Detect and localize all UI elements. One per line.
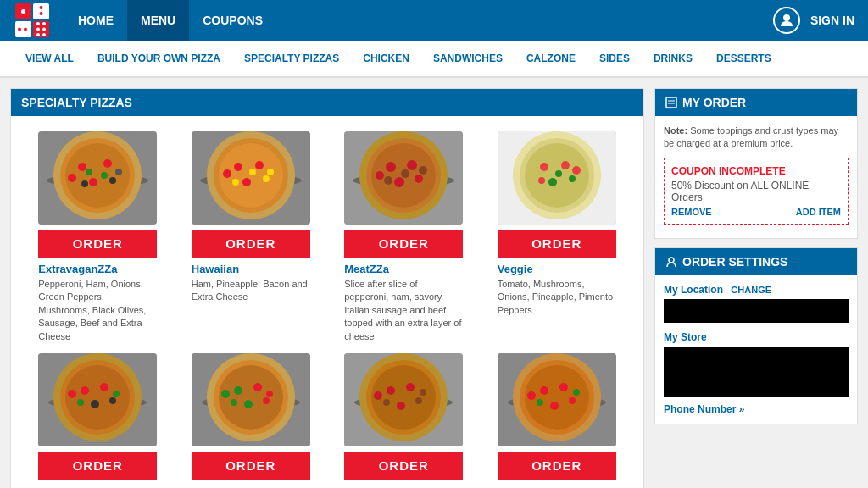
svg-rect-3	[15, 21, 31, 37]
svg-point-23	[103, 159, 112, 168]
svg-point-6	[40, 6, 43, 9]
svg-point-76	[109, 397, 116, 404]
my-order-body: Note: Some toppings and crust types may …	[655, 116, 857, 238]
svg-point-100	[415, 397, 422, 404]
pizza-image-row2-1	[38, 353, 157, 446]
order-button-row2-3[interactable]: ORDER	[344, 452, 463, 480]
svg-point-51	[394, 177, 404, 187]
svg-point-85	[234, 386, 242, 395]
svg-point-11	[42, 28, 46, 31]
main-nav: HOME MENU COUPONS	[64, 0, 773, 41]
my-order-header: MY ORDER	[655, 89, 857, 116]
coupon-box: COUPON INCOMPLETE 50% Discount on ALL ON…	[664, 158, 849, 225]
svg-point-119	[669, 258, 674, 263]
coupon-links: REMOVE ADD ITEM	[671, 207, 841, 217]
subnav-calzone[interactable]: CALZONE	[515, 40, 587, 77]
dominos-logo[interactable]	[14, 2, 51, 39]
svg-point-89	[231, 399, 237, 406]
pizza-image-extravaganZZa	[38, 131, 157, 225]
order-button-extravaganZZa[interactable]: ORDER	[38, 230, 157, 258]
pizza-image-hawaiian	[192, 131, 310, 225]
order-button-row2-2[interactable]: ORDER	[192, 452, 310, 480]
svg-point-27	[101, 172, 108, 179]
coupon-desc: 50% Discount on ALL ONLINE Orders	[671, 180, 841, 203]
svg-point-65	[538, 177, 545, 184]
svg-point-62	[561, 161, 570, 169]
svg-point-113	[537, 399, 543, 406]
svg-point-36	[234, 163, 242, 171]
order-button-row2-4[interactable]: ORDER	[498, 452, 616, 480]
subnav-build-own[interactable]: BUILD YOUR OWN PIZZA	[86, 40, 232, 77]
remove-coupon-link[interactable]: REMOVE	[671, 207, 712, 217]
svg-point-74	[100, 383, 108, 391]
specialty-pizzas-panel: SPECIALTY PIZZAS	[10, 88, 644, 488]
subnav-specialty[interactable]: SPECIALTY PIZZAS	[232, 40, 351, 77]
svg-point-10	[36, 28, 40, 31]
svg-point-79	[113, 391, 120, 397]
svg-point-54	[401, 169, 409, 178]
coupon-incomplete-label: COUPON INCOMPLETE	[671, 165, 841, 177]
header: HOME MENU COUPONS SIGN IN	[0, 0, 868, 41]
svg-point-12	[36, 22, 40, 25]
pizza-image-meatzza	[344, 131, 463, 225]
svg-point-8	[18, 28, 21, 31]
subnav-sandwiches[interactable]: SANDWICHES	[421, 40, 515, 77]
my-order-panel: MY ORDER Note: Some toppings and crust t…	[654, 88, 858, 239]
svg-point-26	[81, 180, 88, 187]
subnav-sides[interactable]: SIDES	[587, 40, 642, 77]
specialty-pizzas-header: SPECIALTY PIZZAS	[11, 89, 643, 116]
order-settings-body: My Location CHANGE My Store Phone Number…	[655, 275, 857, 424]
nav-home[interactable]: HOME	[64, 0, 127, 41]
subnav-chicken[interactable]: CHICKEN	[351, 40, 421, 77]
nav-coupons[interactable]: COUPONS	[189, 0, 276, 41]
list-item: ORDER	[175, 348, 328, 488]
svg-point-14	[36, 33, 40, 36]
nav-menu[interactable]: MENU	[127, 0, 189, 41]
svg-point-22	[78, 163, 86, 171]
subnav-drinks[interactable]: DRINKS	[642, 40, 704, 77]
svg-point-41	[249, 169, 256, 175]
specialty-pizzas-title: SPECIALTY PIZZAS	[21, 96, 132, 109]
svg-point-16	[783, 14, 790, 21]
svg-point-103	[420, 389, 426, 396]
svg-point-101	[383, 399, 390, 406]
svg-rect-116	[666, 97, 676, 108]
pizza-name-veggie: Veggie	[498, 263, 616, 275]
list-item: ORDER ExtravaganZZa Pepperoni, Ham, Onio…	[21, 126, 175, 348]
header-right: SIGN IN	[773, 7, 854, 34]
location-value-box	[664, 299, 849, 323]
subnav-desserts[interactable]: DESSERTS	[704, 40, 783, 77]
svg-point-87	[244, 400, 253, 408]
svg-point-7	[40, 12, 43, 15]
svg-point-88	[263, 397, 270, 404]
svg-point-53	[384, 176, 392, 185]
order-settings-panel: ORDER SETTINGS My Location CHANGE My Sto…	[654, 247, 858, 424]
order-settings-title: ORDER SETTINGS	[682, 255, 787, 269]
order-button-meatzza[interactable]: ORDER	[344, 230, 463, 258]
add-item-link[interactable]: ADD ITEM	[796, 207, 841, 217]
list-item: ORDER Veggie Tomato, Mushrooms, Onions, …	[481, 126, 634, 348]
sub-nav: VIEW ALL BUILD YOUR OWN PIZZA SPECIALTY …	[0, 41, 868, 78]
svg-point-86	[253, 383, 262, 391]
order-button-veggie[interactable]: ORDER	[498, 230, 616, 258]
change-location-link[interactable]: CHANGE	[731, 285, 771, 295]
pizza-desc-veggie: Tomato, Mushrooms, Onions, Pineapple, Pi…	[498, 278, 616, 317]
main-content: SPECIALTY PIZZAS	[0, 78, 868, 488]
note-label: Note:	[664, 125, 687, 136]
order-button-hawaiian[interactable]: ORDER	[192, 230, 310, 258]
svg-point-55	[376, 171, 384, 180]
subnav-view-all[interactable]: VIEW ALL	[14, 40, 86, 77]
svg-point-78	[68, 390, 76, 398]
order-button-row2-1[interactable]: ORDER	[38, 452, 157, 480]
svg-point-28	[86, 169, 92, 175]
svg-point-50	[407, 160, 417, 170]
svg-point-73	[81, 386, 89, 395]
svg-point-42	[223, 169, 231, 178]
svg-point-72	[65, 365, 130, 430]
svg-point-84	[219, 365, 283, 430]
svg-point-43	[267, 169, 274, 175]
phone-number-link[interactable]: Phone Number »	[664, 403, 744, 415]
svg-point-25	[109, 177, 116, 184]
sign-in-button[interactable]: SIGN IN	[810, 14, 854, 27]
svg-point-56	[419, 166, 427, 175]
